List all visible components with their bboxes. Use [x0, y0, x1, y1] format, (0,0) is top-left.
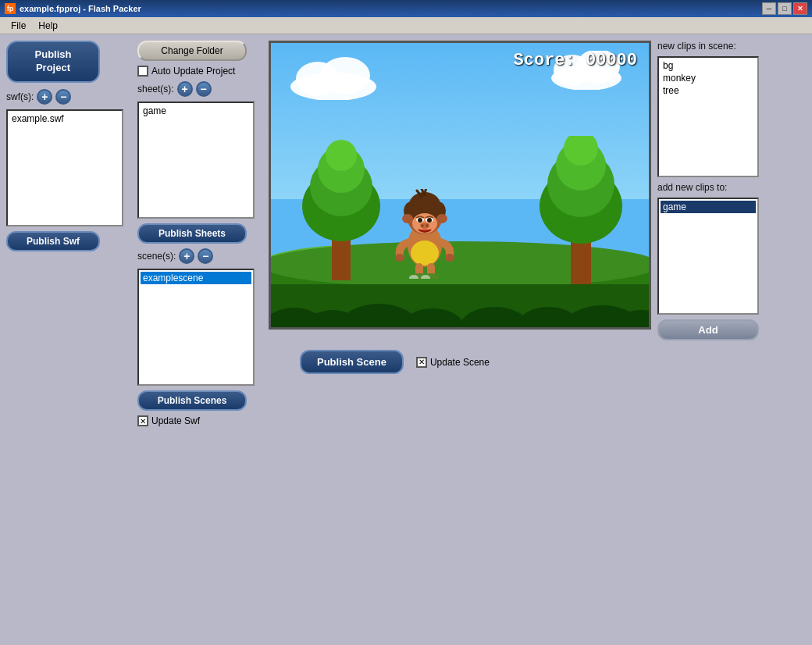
add-to-list-item-game[interactable]: game: [661, 201, 756, 213]
update-scene-label: Update Scene: [430, 357, 490, 368]
clip-item-bg[interactable]: bg: [661, 59, 756, 72]
update-swf-row: Update Swf: [137, 415, 262, 426]
svg-point-46: [402, 214, 413, 223]
auto-update-label: Auto Update Project: [151, 66, 235, 77]
svg-point-30: [411, 241, 439, 265]
change-folder-button[interactable]: Change Folder: [137, 41, 247, 61]
clip-item-tree[interactable]: tree: [661, 84, 756, 97]
publish-project-button[interactable]: PublishProject: [6, 41, 100, 83]
publish-scene-button[interactable]: Publish Scene: [300, 350, 404, 374]
remove-scene-button[interactable]: −: [198, 248, 213, 264]
update-swf-label: Update Swf: [151, 415, 200, 426]
publish-swf-button[interactable]: Publish Swf: [6, 231, 100, 251]
remove-swf-button[interactable]: −: [55, 89, 71, 105]
monkey-character: [392, 189, 458, 279]
svg-point-42: [427, 218, 432, 223]
scene-list-item[interactable]: examplescene: [141, 272, 251, 284]
title-bar: fp example.fpproj - Flash Packer ─ □ ✕: [0, 0, 812, 17]
update-scene-row: Update Scene: [416, 357, 490, 368]
scenes-list[interactable]: examplescene: [137, 269, 255, 386]
left-panel: PublishProject swf(s): + − example.swf P…: [6, 41, 131, 639]
auto-update-checkbox[interactable]: [137, 66, 148, 77]
sheets-list[interactable]: game: [137, 102, 255, 219]
update-scene-checkbox[interactable]: [416, 357, 427, 368]
swf-list[interactable]: example.swf: [6, 109, 123, 226]
file-menu[interactable]: File: [5, 19, 32, 33]
sheets-label: sheet(s): + −: [137, 81, 262, 97]
svg-point-23: [326, 140, 357, 171]
svg-point-44: [421, 224, 424, 227]
window-controls: ─ □ ✕: [762, 2, 807, 15]
add-to-list: game: [657, 198, 759, 315]
right-tree: [540, 136, 625, 284]
auto-update-row: Auto Update Project: [137, 66, 262, 77]
maximize-button[interactable]: □: [778, 2, 792, 15]
close-button[interactable]: ✕: [793, 2, 807, 15]
svg-point-41: [418, 218, 422, 223]
new-clips-label: new clips in scene:: [657, 41, 767, 52]
help-menu[interactable]: Help: [32, 19, 64, 33]
middle-panel: Change Folder Auto Update Project sheet(…: [137, 41, 262, 639]
new-clips-list: bg monkey tree: [657, 56, 759, 177]
bottom-section: Publish Scene Update Scene: [269, 350, 806, 374]
svg-point-2: [320, 57, 370, 94]
minimize-button[interactable]: ─: [762, 2, 776, 15]
app-icon: fp: [5, 3, 16, 14]
clip-item-monkey[interactable]: monkey: [661, 72, 756, 84]
swf-list-item[interactable]: example.swf: [9, 112, 120, 125]
preview-and-right: Score: 00000: [269, 41, 806, 340]
add-button[interactable]: Add: [657, 319, 759, 340]
add-new-clips-label: add new clips to:: [657, 182, 767, 193]
swf-section-label: swf(s): + −: [6, 89, 131, 105]
publish-sheets-button[interactable]: Publish Sheets: [137, 223, 247, 244]
score-display: Score: 00000: [514, 51, 637, 70]
scenes-label: scene(s): + −: [137, 248, 262, 264]
preview-column: Score: 00000: [269, 41, 806, 639]
add-scene-button[interactable]: +: [179, 248, 194, 264]
svg-point-47: [436, 214, 447, 223]
sheet-list-item[interactable]: game: [141, 105, 251, 117]
svg-point-48: [395, 254, 404, 262]
publish-scenes-button[interactable]: Publish Scenes: [137, 390, 247, 411]
menu-bar: File Help: [0, 17, 812, 34]
svg-point-45: [426, 224, 429, 227]
window-title: example.fpproj - Flash Packer: [20, 4, 141, 13]
top-area: PublishProject swf(s): + − example.swf P…: [6, 41, 806, 639]
right-panel: new clips in scene: bg monkey tree add n…: [657, 41, 767, 340]
add-sheet-button[interactable]: +: [177, 81, 193, 97]
main-content: PublishProject swf(s): + − example.swf P…: [0, 34, 812, 645]
svg-point-49: [445, 254, 454, 262]
game-canvas: Score: 00000: [269, 41, 651, 330]
svg-line-36: [425, 189, 426, 194]
update-swf-checkbox[interactable]: [137, 415, 148, 426]
add-swf-button[interactable]: +: [37, 89, 52, 105]
left-tree: [302, 140, 380, 280]
remove-sheet-button[interactable]: −: [196, 81, 212, 97]
cloud-1: [287, 57, 380, 100]
